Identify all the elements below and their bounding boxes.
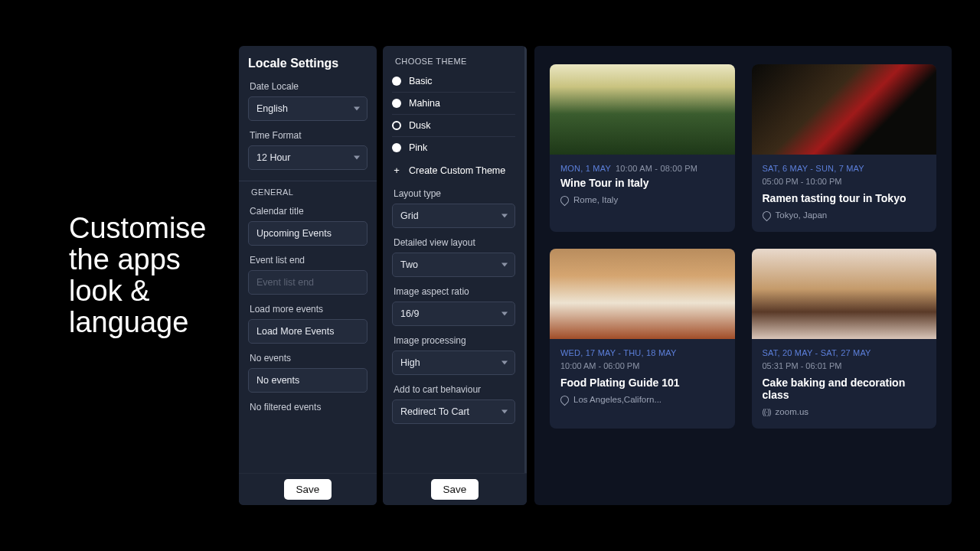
calendar-title-input[interactable] (248, 221, 368, 246)
no-events-input[interactable] (248, 368, 368, 393)
event-location: Rome, Italy (560, 195, 724, 204)
location-pin-icon (760, 209, 773, 221)
event-image (550, 64, 735, 155)
theme-option[interactable]: Pink (392, 137, 515, 158)
detailed-view-label: Detailed view layout (394, 237, 515, 248)
event-title: Ramen tasting tour in Tokyo (763, 192, 926, 204)
event-title: Wine Tour in Italy (560, 177, 724, 189)
time-format-select[interactable]: 12 Hour (248, 145, 368, 170)
calendar-title-label: Calendar title (250, 206, 368, 217)
location-pin-icon (559, 194, 571, 206)
event-date: SAT, 6 MAY - SUN, 7 MAY (763, 164, 926, 173)
event-time: 05:31 PM - 06:01 PM (763, 361, 926, 370)
theme-option-label: Pink (409, 142, 427, 153)
event-card[interactable]: WED, 17 MAY - THU, 18 MAY10:00 AM - 06:0… (550, 249, 735, 429)
locale-title: Locale Settings (248, 57, 368, 70)
page-headline: Customise the apps look & language (0, 213, 230, 338)
event-card[interactable]: SAT, 6 MAY - SUN, 7 MAY05:00 PM - 10:00 … (752, 64, 937, 232)
event-title: Food Plating Guide 101 (560, 377, 724, 389)
no-events-label: No events (250, 353, 368, 364)
save-button[interactable]: Save (431, 479, 479, 500)
locale-settings-panel: Locale Settings Date Locale English Time… (239, 46, 377, 505)
radio-icon (392, 121, 401, 130)
plus-icon: + (392, 165, 401, 176)
add-to-cart-select[interactable]: Redirect To Cart (392, 399, 515, 424)
event-location: Los Angeles,Californ... (560, 395, 724, 404)
date-locale-label: Date Locale (250, 81, 368, 92)
event-image (752, 249, 937, 339)
event-location: ((·))zoom.us (763, 407, 926, 416)
event-time: 05:00 PM - 10:00 PM (763, 177, 926, 186)
load-more-label: Load more events (250, 304, 368, 315)
theme-option-label: Dusk (409, 120, 430, 131)
image-processing-label: Image processing (394, 335, 515, 346)
theme-panel: CHOOSE THEME BasicMahinaDuskPink + Creat… (383, 46, 527, 505)
broadcast-icon: ((·)) (763, 408, 771, 416)
event-list-end-label: Event list end (250, 255, 368, 266)
event-image (550, 249, 735, 339)
theme-option-label: Basic (409, 76, 433, 86)
event-date: SAT, 20 MAY - SAT, 27 MAY (763, 348, 926, 357)
create-custom-label: Create Custom Theme (409, 165, 505, 176)
aspect-ratio-select[interactable]: 16/9 (392, 302, 515, 326)
theme-option[interactable]: Mahina (392, 93, 515, 115)
event-list-end-input[interactable] (248, 270, 368, 295)
theme-option[interactable]: Dusk (392, 115, 515, 137)
calendar-preview: MON, 1 MAY10:00 AM - 08:00 PMWine Tour i… (534, 46, 952, 505)
save-button[interactable]: Save (284, 479, 332, 500)
event-date: MON, 1 MAY10:00 AM - 08:00 PM (560, 164, 724, 173)
general-section-title: GENERAL (251, 187, 368, 197)
layout-type-label: Layout type (394, 188, 515, 199)
location-pin-icon (559, 393, 571, 406)
load-more-input[interactable] (248, 319, 368, 344)
event-card[interactable]: SAT, 20 MAY - SAT, 27 MAY05:31 PM - 06:0… (752, 249, 937, 429)
no-filtered-label: No filtered events (250, 402, 368, 412)
date-locale-select[interactable]: English (248, 96, 368, 121)
choose-theme-title: CHOOSE THEME (395, 57, 515, 66)
theme-option[interactable]: Basic (392, 70, 515, 93)
event-image (752, 64, 937, 155)
event-card[interactable]: MON, 1 MAY10:00 AM - 08:00 PMWine Tour i… (550, 64, 735, 232)
add-to-cart-label: Add to cart behaviour (394, 384, 515, 395)
theme-option-label: Mahina (409, 98, 440, 109)
detailed-view-select[interactable]: Two (392, 253, 515, 277)
create-custom-theme-button[interactable]: + Create Custom Theme (392, 158, 515, 179)
aspect-ratio-label: Image aspect ratio (394, 286, 515, 297)
radio-icon (392, 99, 401, 108)
event-title: Cake baking and decoration class (763, 377, 926, 401)
event-location: Tokyo, Japan (763, 210, 926, 220)
event-time: 10:00 AM - 06:00 PM (560, 361, 724, 370)
radio-icon (392, 77, 401, 86)
radio-icon (392, 143, 401, 152)
image-processing-select[interactable]: High (392, 350, 515, 375)
layout-type-select[interactable]: Grid (392, 204, 515, 228)
event-date: WED, 17 MAY - THU, 18 MAY (560, 348, 724, 357)
time-format-label: Time Format (250, 130, 368, 141)
